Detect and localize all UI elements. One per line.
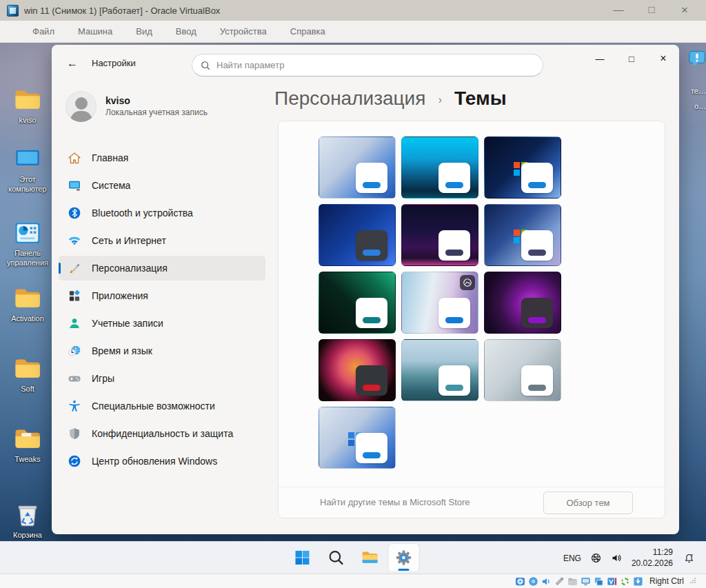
theme-thumbnail-3[interactable] [484, 136, 561, 199]
shared-folder-icon[interactable] [567, 576, 578, 587]
recording-icon[interactable] [607, 576, 617, 587]
theme-thumbnail-11[interactable] [401, 339, 478, 401]
clock[interactable]: 11:29 20.02.2026 [632, 547, 673, 569]
controlpanel-icon [13, 219, 42, 247]
vbox-menu-Справка[interactable]: Справка [279, 23, 337, 39]
browse-themes-button[interactable]: Обзор тем [543, 491, 633, 514]
clock-time: 11:29 [632, 547, 673, 558]
vbox-minimize-button[interactable]: — [609, 3, 627, 17]
settings-maximize-button[interactable]: □ [616, 45, 647, 72]
sidebar-item-label: Конфиденциальность и защита [92, 428, 233, 439]
settings-sidebar-nav: ГлавнаяСистемаBluetooth и устройстваСеть… [59, 145, 265, 476]
display-icon[interactable] [581, 576, 591, 587]
sidebar-item-personalization[interactable]: Персонализация [59, 256, 265, 281]
theme-thumbnail-12[interactable] [484, 339, 561, 401]
theme-thumbnail-1[interactable] [319, 136, 396, 199]
theme-thumbnail-13[interactable] [319, 407, 396, 469]
language-indicator[interactable]: ENG [563, 554, 581, 563]
desktop-icon-Tweaks[interactable]: Tweaks [3, 425, 52, 465]
theme-thumbnail-5[interactable] [401, 204, 478, 266]
usb-icon[interactable] [554, 576, 565, 587]
taskbar-search-button[interactable] [321, 544, 352, 571]
vbox-window-title: win 11 (Снимок 1) [Работает] - Oracle Vi… [24, 6, 220, 16]
theme-thumbnail-6[interactable] [484, 204, 561, 266]
audio-icon[interactable] [541, 576, 552, 587]
sidebar-item-system[interactable]: Система [59, 173, 265, 198]
system-tray: ENG 11:29 20.02.2026 z [563, 542, 706, 574]
settings-button[interactable] [389, 544, 419, 571]
settings-search-box[interactable] [192, 54, 543, 77]
update-icon [68, 454, 81, 468]
themes-card: Найти другие темы в Microsoft Store Обзо… [278, 121, 665, 518]
sidebar-item-label: Главная [92, 152, 128, 163]
desktop-icon-Этот компьютер[interactable]: Этот компьютер [3, 145, 52, 194]
settings-close-button[interactable]: × [647, 45, 679, 72]
theme-preview-taskbar [445, 385, 463, 391]
taskbar: ENG 11:29 20.02.2026 z [0, 541, 706, 574]
optical-disk-icon[interactable] [528, 576, 538, 587]
sidebar-item-privacy[interactable]: Конфиденциальность и защита [59, 421, 265, 446]
store-themes-label: Найти другие темы в Microsoft Store [320, 497, 470, 507]
theme-grid [319, 136, 561, 469]
folder-icon [13, 85, 42, 114]
theme-thumbnail-10[interactable] [319, 339, 396, 401]
theme-preview-window [521, 230, 553, 261]
back-button[interactable]: ← [63, 55, 82, 72]
vbox-menu-Файл[interactable]: Файл [21, 23, 66, 39]
desktop-icon-Корзина[interactable]: Корзина [3, 500, 52, 540]
desktop-icon-label: Soft [21, 385, 34, 394]
seamless-icon[interactable] [594, 576, 604, 587]
sidebar-item-label: Система [92, 180, 130, 191]
settings-minimize-button[interactable]: — [584, 45, 616, 72]
theme-thumbnail-8[interactable] [401, 272, 478, 334]
sidebar-item-bluetooth[interactable]: Bluetooth и устройства [59, 201, 265, 225]
desktop-icon-partial[interactable]: те…о… [685, 50, 706, 70]
file-explorer-button[interactable] [355, 544, 385, 571]
vbox-menu-Вид[interactable]: Вид [124, 23, 164, 39]
vbox-maximize-button[interactable]: □ [643, 3, 660, 17]
volume-icon[interactable] [611, 552, 623, 564]
desktop-icon-kviso[interactable]: kviso [3, 85, 52, 125]
hdd-icon[interactable] [515, 576, 525, 587]
notification-bell-icon[interactable]: z [683, 552, 695, 564]
desktop-icon-Soft[interactable]: Soft [3, 354, 52, 394]
theme-thumbnail-9[interactable] [484, 272, 561, 334]
sidebar-item-accessibility[interactable]: Специальные возможности [59, 394, 265, 418]
theme-preview-taskbar [363, 317, 381, 323]
sidebar-item-time[interactable]: Время и язык [59, 338, 265, 363]
vbox-close-button[interactable]: × [676, 3, 694, 17]
sidebar-item-update[interactable]: Центр обновления Windows [59, 449, 265, 474]
resize-grip[interactable] [689, 577, 696, 585]
vbox-menu-Машина[interactable]: Машина [66, 23, 124, 39]
start-button[interactable] [288, 544, 318, 571]
bluetooth-icon [68, 206, 81, 220]
virtualbox-window: win 11 (Снимок 1) [Работает] - Oracle Vi… [0, 0, 706, 588]
theme-preview-taskbar [528, 317, 546, 323]
search-input[interactable] [216, 60, 534, 70]
theme-thumbnail-7[interactable] [319, 272, 396, 334]
account-row[interactable]: kviso Локальная учетная запись [65, 86, 272, 126]
vbox-menu-Ввод[interactable]: Ввод [164, 23, 208, 39]
breadcrumb-parent[interactable]: Персонализация [274, 88, 425, 110]
network-icon [68, 234, 81, 247]
sidebar-item-games[interactable]: Игры [59, 366, 265, 391]
network-globe-icon[interactable] [590, 552, 602, 564]
accessibility-icon [68, 399, 81, 413]
theme-thumbnail-4[interactable] [319, 204, 396, 266]
mouse-integration-icon[interactable] [620, 576, 630, 587]
taskbar-center [288, 544, 419, 571]
breadcrumb: Персонализация › Темы [274, 88, 507, 110]
theme-thumbnail-2[interactable] [401, 136, 478, 199]
sidebar-item-home[interactable]: Главная [59, 145, 265, 170]
theme-preview-taskbar [528, 385, 546, 391]
vbox-menu-Устройства[interactable]: Устройства [208, 23, 279, 39]
theme-preview-window [356, 163, 387, 193]
desktop-icon-Панель управления[interactable]: Панель управления [3, 219, 52, 268]
sidebar-item-network[interactable]: Сеть и Интернет [59, 228, 265, 253]
desktop-icon-Activation[interactable]: Activation [3, 284, 52, 324]
desktop-icon-label: kviso [19, 116, 36, 125]
keyboard-icon[interactable] [633, 576, 643, 587]
sidebar-item-label: Bluetooth и устройства [92, 207, 193, 219]
sidebar-item-accounts[interactable]: Учетные записи [59, 311, 265, 336]
sidebar-item-apps[interactable]: Приложения [59, 283, 265, 308]
